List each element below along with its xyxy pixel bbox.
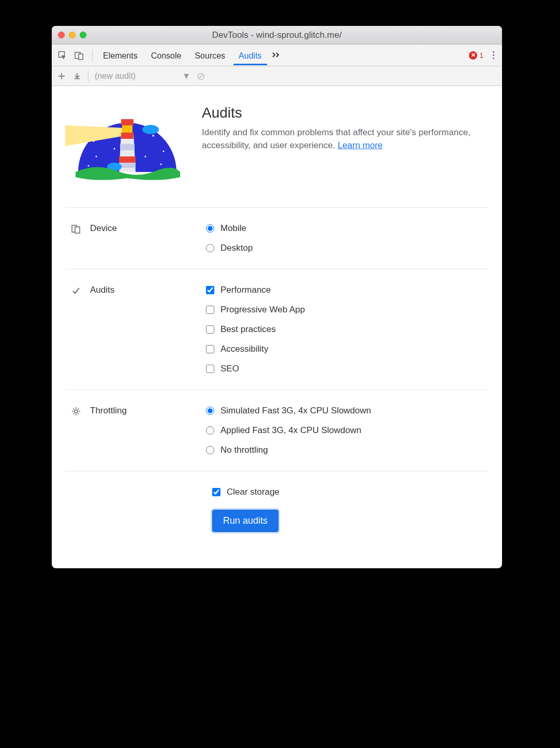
- svg-point-9: [145, 156, 146, 157]
- option-label: Mobile: [220, 223, 246, 234]
- traffic-lights: [58, 32, 86, 38]
- device-option-mobile[interactable]: Mobile: [206, 223, 482, 234]
- throttling-section: Throttling Simulated Fast 3G, 4x CPU Slo…: [65, 390, 489, 471]
- inspect-icon[interactable]: [57, 50, 68, 61]
- option-label: Progressive Web App: [220, 305, 305, 315]
- error-counter[interactable]: ✕ 1: [469, 51, 487, 60]
- check-icon: [71, 286, 82, 298]
- zoom-window-button[interactable]: [80, 32, 86, 38]
- download-icon[interactable]: [72, 73, 82, 80]
- checkbox-pwa[interactable]: [206, 306, 214, 314]
- more-tabs-button[interactable]: [269, 51, 284, 60]
- chevron-down-icon: ▼: [182, 71, 190, 81]
- error-count: 1: [479, 51, 483, 60]
- device-icon: [71, 224, 82, 236]
- tab-sources[interactable]: Sources: [188, 46, 231, 65]
- option-label: Best practices: [220, 324, 276, 335]
- tab-elements[interactable]: Elements: [97, 46, 144, 65]
- svg-rect-2: [79, 54, 83, 60]
- tab-audits[interactable]: Audits: [232, 46, 268, 65]
- audit-option-pwa[interactable]: Progressive Web App: [206, 305, 482, 315]
- audits-section: Audits Performance Progressive Web App B…: [65, 269, 489, 390]
- checkbox-best-practices[interactable]: [206, 325, 214, 334]
- throttle-option-none[interactable]: No throttling: [206, 445, 482, 455]
- device-option-desktop[interactable]: Desktop: [206, 243, 482, 253]
- audit-option-seo[interactable]: SEO: [206, 364, 482, 374]
- radio-simulated[interactable]: [206, 407, 214, 415]
- option-label: Performance: [220, 285, 271, 295]
- separator: [92, 49, 93, 62]
- panel-heading: Audits: [202, 105, 489, 121]
- svg-point-6: [96, 156, 97, 157]
- kebab-menu[interactable]: [488, 51, 499, 59]
- run-audits-button[interactable]: Run audits: [212, 510, 278, 532]
- svg-rect-12: [121, 119, 134, 125]
- checkbox-clear-storage[interactable]: [212, 488, 220, 496]
- lighthouse-illustration: [65, 105, 184, 190]
- option-label: SEO: [220, 364, 239, 374]
- throttling-label: Throttling: [90, 406, 127, 416]
- throttle-option-applied[interactable]: Applied Fast 3G, 4x CPU Slowdown: [206, 425, 482, 436]
- throttle-option-simulated[interactable]: Simulated Fast 3G, 4x CPU Slowdown: [206, 406, 482, 416]
- checkbox-accessibility[interactable]: [206, 345, 214, 353]
- audit-option-accessibility[interactable]: Accessibility: [206, 344, 482, 354]
- intro-section: Audits Identify and fix common problems …: [65, 86, 489, 208]
- audits-label: Audits: [90, 285, 114, 295]
- window-title: DevTools - wind-sprout.glitch.me/: [52, 30, 502, 40]
- svg-rect-17: [75, 227, 80, 233]
- close-window-button[interactable]: [58, 32, 65, 38]
- svg-rect-13: [122, 125, 132, 133]
- svg-point-8: [163, 151, 165, 152]
- radio-mobile[interactable]: [206, 224, 214, 233]
- svg-point-14: [142, 125, 159, 134]
- new-audit-icon[interactable]: [57, 73, 66, 80]
- devtools-tabbar: Elements Console Sources Audits ✕ 1: [52, 45, 502, 66]
- audit-selector-label: (new audit): [95, 71, 136, 81]
- device-section: Device Mobile Desktop: [65, 208, 489, 269]
- devtools-window: DevTools - wind-sprout.glitch.me/ Elemen…: [52, 26, 502, 568]
- learn-more-link[interactable]: Learn more: [337, 140, 382, 150]
- audit-selector[interactable]: (new audit) ▼: [95, 71, 190, 81]
- error-icon: ✕: [469, 51, 477, 60]
- device-toggle-icon[interactable]: [73, 50, 85, 61]
- audits-subbar: (new audit) ▼ ⊘: [52, 66, 502, 86]
- clear-storage-label: Clear storage: [227, 487, 279, 497]
- tab-console[interactable]: Console: [145, 46, 188, 65]
- svg-point-11: [88, 165, 90, 167]
- audit-option-performance[interactable]: Performance: [206, 285, 482, 295]
- checkbox-seo[interactable]: [206, 365, 214, 373]
- audit-option-best-practices[interactable]: Best practices: [206, 324, 482, 335]
- option-label: No throttling: [220, 445, 268, 455]
- intro-text: Audits Identify and fix common problems …: [202, 105, 489, 190]
- clear-icon[interactable]: ⊘: [197, 70, 205, 82]
- audits-panel: Audits Identify and fix common problems …: [52, 86, 502, 568]
- svg-point-5: [114, 148, 115, 150]
- minimize-window-button[interactable]: [69, 32, 76, 38]
- svg-point-7: [152, 135, 154, 137]
- option-label: Desktop: [220, 243, 253, 253]
- checkbox-performance[interactable]: [206, 286, 214, 294]
- gear-icon: [71, 407, 82, 419]
- clear-storage-row: Clear storage: [65, 471, 489, 510]
- option-label: Simulated Fast 3G, 4x CPU Slowdown: [220, 406, 371, 416]
- radio-applied[interactable]: [206, 426, 214, 435]
- panel-description: Identify and fix common problems that af…: [202, 127, 470, 150]
- device-label: Device: [90, 223, 117, 234]
- separator: [88, 70, 89, 82]
- option-label: Applied Fast 3G, 4x CPU Slowdown: [220, 425, 361, 436]
- svg-point-10: [160, 164, 162, 165]
- option-label: Accessibility: [220, 344, 269, 354]
- radio-desktop[interactable]: [206, 244, 214, 252]
- radio-no-throttle[interactable]: [206, 446, 214, 454]
- svg-point-18: [75, 410, 78, 413]
- window-titlebar: DevTools - wind-sprout.glitch.me/: [52, 26, 502, 45]
